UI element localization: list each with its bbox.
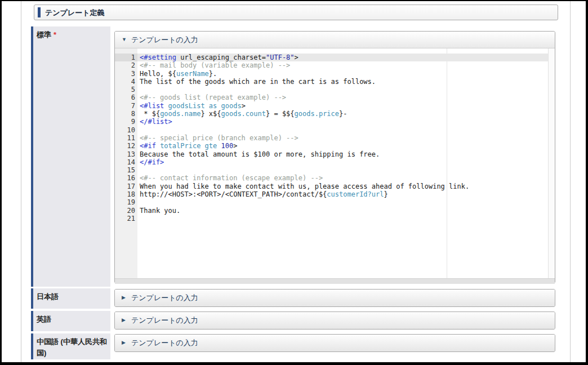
row-label: 標準 xyxy=(37,30,51,39)
collapse-icon: ▼ xyxy=(122,37,127,42)
required-asterisk: * xyxy=(54,30,56,39)
label-accent-bar xyxy=(31,333,33,359)
panel-title: テンプレートの入力 xyxy=(131,315,198,326)
code-line: <#list goodsList as goods> xyxy=(137,102,548,110)
code-line: <#-- contact information (escape example… xyxy=(137,174,548,182)
line-number: 8 xyxy=(115,110,137,118)
code-line: The list of the goods which are in the c… xyxy=(137,78,548,86)
header-accent-bar xyxy=(38,7,41,17)
line-number: 10 xyxy=(115,126,137,134)
template-panel-chinese: ▶ テンプレートの入力 xyxy=(114,334,555,352)
line-number: 7 xyxy=(115,102,137,110)
code-line: * ${goods.name} x${goods.count} = $${goo… xyxy=(137,110,548,118)
panel-header-toggle[interactable]: ▶ テンプレートの入力 xyxy=(115,290,555,306)
panel-header-toggle[interactable]: ▶ テンプレートの入力 xyxy=(115,312,555,329)
template-panel-english: ▶ テンプレートの入力 xyxy=(114,311,555,330)
page-header: テンプレート定義 xyxy=(34,5,558,20)
code-line xyxy=(137,126,548,134)
line-number: 6 xyxy=(115,94,137,101)
code-line xyxy=(137,215,548,222)
label-accent-bar xyxy=(31,26,33,287)
expand-icon: ▶ xyxy=(122,317,126,323)
code-line: When you had like to make contact with u… xyxy=(137,182,548,190)
line-number: 19 xyxy=(115,198,137,206)
frame-right xyxy=(586,0,588,365)
page: テンプレート定義 標準* ▼ テンプレートの入力 123456789101112… xyxy=(0,0,588,365)
panel-header-toggle[interactable]: ▼ テンプレートの入力 xyxy=(115,32,555,48)
line-number: 18 xyxy=(115,190,137,198)
line-number: 17 xyxy=(115,182,137,190)
left-rule xyxy=(21,1,21,362)
template-panel-japanese: ▶ テンプレートの入力 xyxy=(114,289,555,307)
frame-top xyxy=(0,0,588,1)
frame-left xyxy=(0,0,2,365)
label-accent-bar xyxy=(31,311,33,331)
label-accent-bar xyxy=(31,288,33,309)
line-number: 4 xyxy=(115,78,137,86)
row-label: 英語 xyxy=(37,315,51,323)
line-number: 14 xyxy=(115,158,137,166)
code-line: Because the total amount is $100 or more… xyxy=(137,150,548,158)
line-number: 15 xyxy=(115,166,137,174)
horizontal-scrollbar[interactable] xyxy=(115,278,555,284)
label-cell-japanese: 日本語 xyxy=(31,288,110,309)
label-cell-chinese: 中国語 (中華人民共和国) xyxy=(31,333,110,359)
code-line xyxy=(137,198,548,206)
right-rule xyxy=(570,1,571,362)
code-line: <#-- goods list (repeat example) --> xyxy=(137,94,548,101)
panel-header-toggle[interactable]: ▶ テンプレートの入力 xyxy=(115,335,555,351)
code-line: http://<HOST>:<PORT>/<CONTEXT_PATH>/cont… xyxy=(137,190,548,198)
code-line: Hello, ${userName}. xyxy=(137,70,548,78)
code-line: </#if> xyxy=(137,158,548,166)
page-title: テンプレート定義 xyxy=(45,8,105,18)
line-number: 21 xyxy=(115,215,137,222)
code-line: <#setting url_escaping_charset="UTF-8"> xyxy=(137,54,548,61)
line-number: 16 xyxy=(115,174,137,182)
code-line: </#list> xyxy=(137,118,548,126)
code-line: <#if totalPrice gte 100> xyxy=(137,142,548,150)
line-number: 20 xyxy=(115,207,137,215)
line-number: 3 xyxy=(115,70,137,78)
template-editor[interactable]: 123456789101112131415161718192021 <#sett… xyxy=(115,48,555,284)
editor-code[interactable]: <#setting url_escaping_charset="UTF-8"><… xyxy=(137,48,548,278)
code-line: Thank you. xyxy=(137,207,548,215)
label-cell-english: 英語 xyxy=(31,311,110,331)
editor-gutter: 123456789101112131415161718192021 xyxy=(115,48,137,278)
panel-title: テンプレートの入力 xyxy=(131,293,198,303)
line-number: 13 xyxy=(115,150,137,158)
code-line xyxy=(137,166,548,174)
line-number: 11 xyxy=(115,134,137,142)
vertical-scrollbar[interactable] xyxy=(548,48,555,278)
row-label: 中国語 (中華人民共和国) xyxy=(37,337,107,357)
line-number: 2 xyxy=(115,61,137,69)
frame-bottom xyxy=(0,362,588,365)
code-line: <#-- mail body (variable example) --> xyxy=(137,61,548,69)
panel-title: テンプレートの入力 xyxy=(131,35,198,45)
label-cell-standard: 標準* xyxy=(31,26,110,287)
expand-icon: ▶ xyxy=(122,340,126,345)
expand-icon: ▶ xyxy=(122,295,126,300)
template-panel-standard: ▼ テンプレートの入力 1234567891011121314151617181… xyxy=(114,31,555,283)
line-number: 5 xyxy=(115,86,137,94)
panel-title: テンプレートの入力 xyxy=(131,338,198,348)
code-line: <#-- special price (branch example) --> xyxy=(137,134,548,142)
line-number: 12 xyxy=(115,142,137,150)
line-number: 9 xyxy=(115,118,137,126)
code-line xyxy=(137,86,548,94)
line-number: 1 xyxy=(115,54,137,61)
row-label: 日本語 xyxy=(37,292,59,301)
